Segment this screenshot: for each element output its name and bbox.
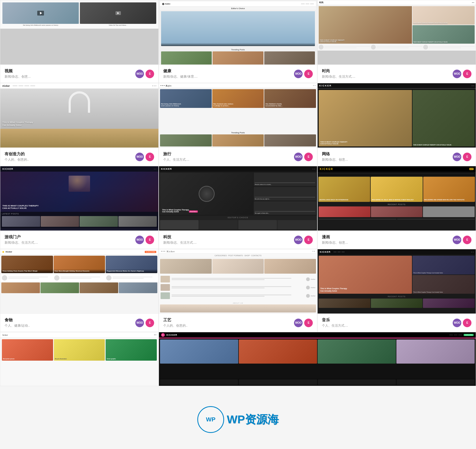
card-video[interactable]: Not being John Malkovich actor passes on…: [0, 0, 159, 83]
card-title-music: 音乐: [322, 318, 348, 323]
card-footer-music: 音乐 个人、生活方式.... WOO E: [318, 314, 476, 332]
card-badges-food: WOO E: [135, 319, 154, 327]
thumbnail-tech: KICKER This Is What Couples TherapyCan A…: [159, 166, 317, 231]
card-footer-comics: 漫画 新闻/杂志、创意... WOO E: [318, 231, 476, 249]
card-footer-fashion: 时尚 新闻/杂志、生活方式.... WOO E: [318, 65, 476, 83]
card-footer-network: 网络 新闻/杂志、创意... WOO E: [318, 148, 476, 166]
card-network[interactable]: KICKER THIS IS WHAT COUPLES THERAPYCAN A…: [317, 83, 476, 166]
card-footer-food: 食物 个人、健康/运动.. WOO E: [0, 314, 158, 332]
theme-grid: Not being John Malkovich actor passes on…: [0, 0, 476, 386]
card-badges-comics: WOO E: [453, 236, 471, 244]
card-title-video: 视频: [5, 69, 31, 74]
badge-ele-food: E: [146, 319, 154, 327]
badge-ele-video: E: [146, 70, 154, 78]
card-tech[interactable]: KICKER This Is What Couples TherapyCan A…: [159, 166, 317, 249]
thumbnail-craft: Kicker CATEGORIES · POST FORMATS · SHOP …: [159, 249, 317, 314]
card-badges-travel: WOO E: [294, 153, 313, 161]
badge-woo-comics: WOO: [453, 236, 461, 244]
badge-woo-food: WOO: [135, 319, 144, 327]
card-partial1[interactable]: licker Red jacket person Bicycle illustr…: [0, 332, 159, 386]
card-badges-game: WOO E: [135, 236, 154, 244]
card-tags-game: 新闻/杂志、生活方式....: [5, 240, 38, 245]
thumbnail-food: Kicker SUBSCRIBE Three Holiday Party Sna…: [0, 249, 158, 314]
card-badges-network: WOO E: [453, 153, 471, 161]
card-title-craft: 工艺: [163, 318, 188, 323]
card-footer-health: 健康 新闻/杂志、健康/体育.... WOO E: [159, 65, 317, 83]
badge-ele-network: E: [463, 153, 471, 161]
thumbnail-music: KICKER This Is What Couples TherapyCan A…: [318, 249, 476, 314]
card-partial2[interactable]: K Kicker SUBSCRIBE: [159, 332, 476, 386]
card-badges-tech: WOO E: [294, 236, 313, 244]
card-title-travel: 旅行: [163, 152, 189, 157]
badge-woo-game: WOO: [135, 236, 144, 244]
badge-woo-travel: WOO: [294, 153, 303, 161]
card-footer-travel: 旅行 个人、生活方式.... WOO E: [159, 148, 317, 166]
card-footer-video: 视频 新闻/杂志、创意... WOO E: [0, 65, 158, 83]
badge-ele-music: E: [463, 319, 471, 327]
card-badges-music: WOO E: [453, 319, 471, 327]
card-tags-music: 个人、生活方式....: [322, 323, 348, 328]
card-title-food: 食物: [5, 318, 30, 323]
card-tags-health: 新闻/杂志、健康/体育....: [163, 74, 198, 79]
card-title-game: 游戏门户: [5, 235, 38, 240]
card-footer-craft: 工艺 个人的、创意的.. WOO E: [159, 314, 317, 332]
thumbnail-partial1: licker Red jacket person Bicycle illustr…: [0, 332, 158, 386]
card-fashion[interactable]: 时尚 THIS IS WHAT COUPLES THERAPYCAN ACTUA…: [317, 0, 476, 83]
card-title-network: 网络: [322, 152, 348, 157]
card-tags-video: 新闻/杂志、创意...: [5, 74, 31, 79]
card-craft[interactable]: Kicker CATEGORIES · POST FORMATS · SHOP …: [159, 249, 317, 332]
thumbnail-video: Not being John Malkovich actor passes on…: [0, 0, 158, 65]
card-tags-network: 新闻/杂志、创意...: [322, 157, 348, 162]
badge-woo-health: WOO: [294, 70, 303, 78]
card-title-fashion: 时尚: [322, 69, 355, 74]
badge-woo-video: WOO: [135, 70, 144, 78]
card-badges-health: WOO E: [294, 70, 313, 78]
thumbnail-partial2: K Kicker SUBSCRIBE: [159, 332, 476, 386]
card-title-creative: 有创造力的: [5, 152, 29, 157]
card-game[interactable]: KICKER THIS IS WHAT COUPLE: [0, 166, 159, 249]
thumbnail-network: KICKER THIS IS WHAT COUPLES THERAPYCAN A…: [318, 83, 476, 148]
card-badges-fashion: WOO E: [453, 70, 471, 78]
card-tags-creative: 个人的、创意的..: [5, 157, 29, 162]
badge-woo-creative: WOO: [135, 153, 144, 161]
badge-woo-network: WOO: [453, 153, 461, 161]
thumbnail-travel: Kafen Not being John Malkovichactor pass…: [159, 83, 317, 148]
card-footer-tech: 科技 新闻/杂志、生活方式.... WOO E: [159, 231, 317, 249]
badge-ele-game: E: [146, 236, 154, 244]
badge-ele-tech: E: [304, 236, 313, 244]
badge-ele-fashion: E: [463, 70, 471, 78]
badge-ele-craft: E: [304, 319, 313, 327]
card-tags-food: 个人、健康/运动..: [5, 323, 30, 328]
thumbnail-comics: KICKER SHOP DESTIN LANCE BACK ON FATHERH…: [318, 166, 476, 231]
card-comics[interactable]: KICKER SHOP DESTIN LANCE BACK ON FATHERH…: [317, 166, 476, 249]
card-footer-game: 游戏门户 新闻/杂志、生活方式.... WOO E: [0, 231, 158, 249]
badge-woo-music: WOO: [453, 319, 461, 327]
thumbnail-creative: Kicker This Is What Couple: [0, 83, 158, 148]
card-health[interactable]: Kafen Editor's Choice: [159, 0, 317, 83]
card-food[interactable]: Kicker SUBSCRIBE Three Holiday Party Sna…: [0, 249, 159, 332]
card-tags-craft: 个人的、创意的..: [163, 323, 188, 328]
thumbnail-fashion: 时尚 THIS IS WHAT COUPLES THERAPYCAN ACTUA…: [318, 0, 476, 65]
card-title-tech: 科技: [163, 235, 197, 240]
card-tags-tech: 新闻/杂志、生活方式....: [163, 240, 197, 245]
card-tags-fashion: 新闻/杂志、生活方式....: [322, 74, 355, 79]
card-music[interactable]: KICKER This Is What Couples TherapyCan A…: [317, 249, 476, 332]
card-title-comics: 漫画: [322, 235, 348, 240]
badge-woo-craft: WOO: [294, 319, 303, 327]
thumbnail-game: KICKER THIS IS WHAT COUPLE: [0, 166, 158, 231]
card-tags-comics: 新闻/杂志、创意...: [322, 240, 348, 245]
card-badges-video: WOO E: [135, 70, 154, 78]
badge-ele-travel: E: [304, 153, 313, 161]
badge-woo-fashion: WOO: [453, 70, 461, 78]
card-footer-creative: 有创造力的 个人的、创意的.. WOO E: [0, 148, 158, 166]
badge-ele-comics: E: [463, 236, 471, 244]
card-badges-craft: WOO E: [294, 319, 313, 327]
badge-ele-health: E: [304, 70, 313, 78]
thumbnail-health: Kafen Editor's Choice: [159, 0, 317, 65]
card-tags-travel: 个人、生活方式....: [163, 157, 189, 162]
card-title-health: 健康: [163, 69, 198, 74]
card-badges-creative: WOO E: [135, 153, 154, 161]
badge-ele-creative: E: [146, 153, 154, 161]
card-travel[interactable]: Kafen Not being John Malkovichactor pass…: [159, 83, 317, 166]
card-creative[interactable]: Kicker This Is What Couple: [0, 83, 159, 166]
